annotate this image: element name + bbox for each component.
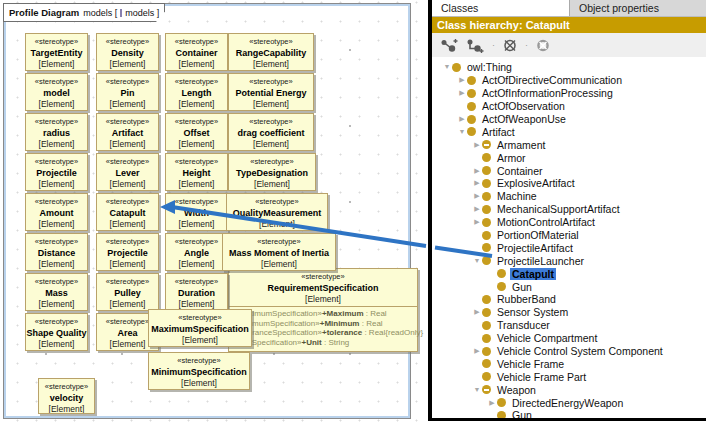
expander-closed-icon[interactable]: ▶ bbox=[457, 75, 467, 85]
expander-closed-icon[interactable]: ▶ bbox=[472, 307, 482, 317]
tree-item-actofobservation[interactable]: ActOfObservation bbox=[432, 100, 706, 113]
stereotype-box-rangecapability[interactable]: «stereotype»RangeCapability[Element] bbox=[228, 33, 314, 71]
stereotype-box-height[interactable]: «stereotype»Height[Element] bbox=[165, 153, 228, 191]
element-label: [Element] bbox=[39, 339, 75, 350]
expander-open-icon[interactable]: ▼ bbox=[472, 385, 482, 395]
tree-item-portionofmaterial[interactable]: PortionOfMaterial bbox=[432, 229, 706, 242]
stereotype-box-typedesignation[interactable]: «stereotype»TypeDesignation[Element] bbox=[228, 153, 316, 191]
expander-closed-icon[interactable]: ▶ bbox=[472, 140, 482, 150]
element-label: [Element] bbox=[179, 179, 215, 190]
class-icon bbox=[497, 269, 506, 278]
tree-item-vehicle-control-system-component[interactable]: ▶Vehicle Control System Component bbox=[432, 345, 706, 358]
stereotype-box-projectile[interactable]: «stereotype»Projectile[Element] bbox=[96, 233, 159, 271]
element-label: [Element] bbox=[179, 259, 215, 270]
expander-open-icon[interactable]: ▼ bbox=[442, 62, 452, 72]
stereotype-box-pulley[interactable]: «stereotype»Pulley[Element] bbox=[96, 273, 159, 311]
class-icon bbox=[482, 347, 491, 356]
stereotype-box-drag-coefficient[interactable]: «stereotype»drag coefficient[Element] bbox=[228, 113, 314, 151]
stereotype-box-lever[interactable]: «stereotype»Lever[Element] bbox=[96, 153, 159, 191]
tree-item-directedenergyweapon[interactable]: ▶DirectedEnergyWeapon bbox=[432, 396, 706, 409]
stereotype-box-offset[interactable]: «stereotype»Offset[Element] bbox=[165, 113, 228, 151]
stereotype-box-container[interactable]: «stereotype»Container[Element] bbox=[165, 33, 228, 71]
tab-object-properties[interactable]: Object properties bbox=[570, 0, 706, 16]
stereotype-box-length[interactable]: «stereotype»Length[Element] bbox=[165, 73, 228, 111]
class-tree[interactable]: ▼owl:Thing▶ActOfDirectiveCommunication▶A… bbox=[432, 57, 706, 418]
expander-closed-icon[interactable]: ▶ bbox=[457, 114, 467, 124]
stereotype-name: TypeDesignation bbox=[236, 167, 308, 179]
tree-item-container[interactable]: ▶Container bbox=[432, 164, 706, 177]
tree-item-projectileartifact[interactable]: ProjectileArtifact bbox=[432, 241, 706, 254]
stereotype-box-angle[interactable]: «stereotype»Angle[Element] bbox=[165, 233, 228, 271]
expander-closed-icon[interactable]: ▶ bbox=[472, 204, 482, 214]
stereotype-name: RangeCapability bbox=[236, 47, 307, 59]
tree-item-actofweaponuse[interactable]: ▶ActOfWeaponUse bbox=[432, 113, 706, 126]
stereotype-box-maximumspecification[interactable]: «stereotype»MaximumSpecification[Element… bbox=[148, 309, 252, 347]
tree-item-weapon[interactable]: ▼Weapon bbox=[432, 383, 706, 396]
delete-class-icon[interactable] bbox=[502, 38, 518, 53]
stereotype-box-model[interactable]: «stereotype»model[Element] bbox=[25, 73, 88, 111]
stereotype-box-projectile[interactable]: «stereotype»Projectile[Element] bbox=[25, 153, 88, 191]
tree-item-sensor-system[interactable]: ▶Sensor System bbox=[432, 306, 706, 319]
stereotype-box-width[interactable]: «stereotype»Width[Element] bbox=[165, 193, 228, 231]
stereotype-box-distance[interactable]: «stereotype»Distance[Element] bbox=[25, 233, 88, 271]
tree-item-gun[interactable]: Gun bbox=[432, 409, 706, 418]
stereotype-box-density[interactable]: «stereotype»Density[Element] bbox=[96, 33, 159, 71]
stereotype-box-velocity[interactable]: «stereotype»velocity[Element] bbox=[38, 378, 95, 414]
stereotype-box-duration[interactable]: «stereotype»Duration[Element] bbox=[165, 273, 228, 311]
stereotype-keyword: «stereotype» bbox=[257, 237, 300, 247]
tree-item-projectilelauncher[interactable]: ▼ProjectileLauncher bbox=[432, 254, 706, 267]
stereotype-box-potential-energy[interactable]: «stereotype»Potential Energy[Element] bbox=[228, 73, 314, 111]
tree-item-actofinformationprocessing[interactable]: ▶ActOfInformationProcessing bbox=[432, 87, 706, 100]
stereotype-box-qualitymeasurement[interactable]: «stereotype»QualityMeasurement[Element] bbox=[226, 193, 328, 231]
stereotype-name: Artifact bbox=[112, 127, 144, 139]
expander-closed-icon[interactable]: ▶ bbox=[472, 166, 482, 176]
diagram-frame-label[interactable]: Profile Diagram models [ models ] bbox=[3, 3, 165, 22]
stereotype-box-artifact[interactable]: «stereotype»Artifact[Element] bbox=[96, 113, 159, 151]
add-sibling-class-icon[interactable] bbox=[466, 38, 485, 53]
profile-diagram-canvas[interactable]: Profile Diagram models [ models ] «stere… bbox=[0, 0, 425, 425]
tree-item-vehicle-frame[interactable]: Vehicle Frame bbox=[432, 357, 706, 370]
class-icon bbox=[497, 398, 506, 407]
tree-item-motioncontrolartifact[interactable]: ▶MotionControlArtifact bbox=[432, 216, 706, 229]
stereotype-box-pin[interactable]: «stereotype»Pin[Element] bbox=[96, 73, 159, 111]
stereotype-box-mass[interactable]: «stereotype»Mass[Element] bbox=[25, 273, 88, 311]
expander-closed-icon[interactable]: ▶ bbox=[472, 178, 482, 188]
add-subclass-icon[interactable] bbox=[440, 38, 459, 53]
tree-item-label: Artifact bbox=[480, 126, 517, 138]
stereotype-name: Angle bbox=[184, 247, 209, 259]
expander-closed-icon[interactable]: ▶ bbox=[472, 191, 482, 201]
tree-item-transducer[interactable]: Transducer bbox=[432, 319, 706, 332]
stereotype-box-radius[interactable]: «stereotype»radius[Element] bbox=[25, 113, 88, 151]
stereotype-box-minimumspecification[interactable]: «stereotype»MinimumSpecification[Element… bbox=[148, 352, 250, 390]
tree-item-gun[interactable]: Gun bbox=[432, 280, 706, 293]
class-icon bbox=[452, 63, 461, 72]
stereotype-box-catapult[interactable]: «stereotype»Catapult[Element] bbox=[96, 193, 159, 231]
expander-open-icon[interactable]: ▼ bbox=[457, 127, 467, 137]
tree-item-armament[interactable]: ▶Armament bbox=[432, 138, 706, 151]
element-label: [Element] bbox=[182, 335, 218, 346]
expander-closed-icon[interactable]: ▶ bbox=[457, 88, 467, 98]
tree-item-machine[interactable]: ▶Machine bbox=[432, 190, 706, 203]
stereotype-box-targetentity[interactable]: «stereotype»TargetEntity[Element] bbox=[25, 33, 88, 71]
expander-closed-icon[interactable]: ▶ bbox=[472, 346, 482, 356]
tree-item-label: MechanicalSupportArtifact bbox=[495, 203, 622, 215]
tree-item-vehicle-compartment[interactable]: Vehicle Compartment bbox=[432, 332, 706, 345]
stereotype-box-mass-moment-of-inertia[interactable]: «stereotype»Mass Moment of Inertia[Eleme… bbox=[222, 233, 336, 271]
stereotype-box-shape-quality[interactable]: «stereotype»Shape Quality[Element] bbox=[25, 313, 88, 351]
tab-classes[interactable]: Classes bbox=[432, 0, 570, 16]
tree-item-vehicle-frame-part[interactable]: Vehicle Frame Part bbox=[432, 370, 706, 383]
tree-item-actofdirectivecommunication[interactable]: ▶ActOfDirectiveCommunication bbox=[432, 74, 706, 87]
tree-item-armor[interactable]: Armor bbox=[432, 151, 706, 164]
tree-item-owl-thing[interactable]: ▼owl:Thing bbox=[432, 61, 706, 74]
expander-open-icon[interactable]: ▼ bbox=[472, 256, 482, 266]
expander-closed-icon[interactable]: ▶ bbox=[472, 217, 482, 227]
tree-item-rubberband[interactable]: RubberBand bbox=[432, 293, 706, 306]
delete-individual-icon[interactable] bbox=[535, 38, 551, 53]
expander-closed-icon[interactable]: ▶ bbox=[487, 398, 497, 408]
tree-item-artifact[interactable]: ▼Artifact bbox=[432, 125, 706, 138]
stereotype-box-requirementspecification[interactable]: «stereotype»RequirementSpecification[Ele… bbox=[228, 268, 418, 352]
tree-item-catapult[interactable]: Catapult bbox=[432, 267, 706, 280]
tree-item-explosiveartifact[interactable]: ▶ExplosiveArtifact bbox=[432, 177, 706, 190]
tree-item-mechanicalsupportartifact[interactable]: ▶MechanicalSupportArtifact bbox=[432, 203, 706, 216]
stereotype-box-amount[interactable]: «stereotype»Amount[Element] bbox=[25, 193, 88, 231]
